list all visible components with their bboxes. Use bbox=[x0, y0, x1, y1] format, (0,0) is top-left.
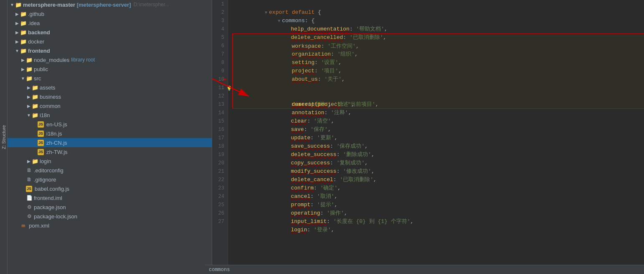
code-line-23: cancel: '取消', bbox=[232, 184, 644, 192]
tree-item-pom-xml[interactable]: ▶ m pom.xml bbox=[8, 221, 212, 230]
tree-label: zh-CN.js bbox=[46, 140, 67, 146]
tree-item-assets[interactable]: ▶ 📁 assets bbox=[8, 83, 212, 92]
tree-label: zh-TW.js bbox=[46, 149, 68, 155]
line-number: 7 bbox=[216, 50, 224, 59]
code-line-24: prompt: '提示', bbox=[232, 192, 644, 201]
code-line-16: update: '更新', bbox=[232, 125, 644, 134]
tree-label: .gitignore bbox=[34, 177, 56, 183]
tree-label: .idea bbox=[28, 20, 40, 26]
expand-arrow: ▶ bbox=[20, 57, 26, 63]
tree-item-gitignore[interactable]: ▶ 🗎 .gitignore bbox=[8, 175, 212, 184]
line-number: 27 bbox=[216, 218, 224, 226]
line-number: 25 bbox=[216, 201, 224, 209]
tree-label: package-lock.json bbox=[34, 213, 77, 220]
tree-item-backend[interactable]: ▶ 📁 backend bbox=[8, 28, 212, 37]
js-file-icon: JS bbox=[38, 131, 44, 137]
tree-item-zh-tw[interactable]: ▶ JS zh-TW.js bbox=[8, 147, 212, 156]
line-number: 22 bbox=[216, 176, 224, 184]
code-editor[interactable]: 1 2 3 4 5 6 7 8 9 10 11 12 13 14 15 16 1… bbox=[212, 0, 644, 274]
tree-item-zh-cn[interactable]: ▶ JS zh-CN.js bbox=[8, 138, 212, 147]
tree-item-common[interactable]: ▶ 📁 common bbox=[8, 101, 212, 110]
expand-arrow: ▶ bbox=[14, 20, 20, 26]
tree-item-idea[interactable]: ▶ 📁 .idea bbox=[8, 18, 212, 28]
code-line-27: login: '登录', bbox=[232, 218, 644, 226]
expand-arrow: ▼ bbox=[20, 75, 26, 81]
tree-item-babel-config[interactable]: ▶ JS babel.config.js bbox=[8, 184, 212, 193]
tree-label: pom.xml bbox=[29, 223, 49, 229]
expand-arrow: ▼ bbox=[26, 112, 32, 118]
line-number: 5 bbox=[216, 33, 224, 42]
line-number: 8 bbox=[216, 59, 224, 67]
tree-label: frontend.iml bbox=[34, 195, 62, 201]
expand-arrow: ▼ bbox=[9, 2, 15, 8]
tree-item-en-us[interactable]: ▶ JS en-US.js bbox=[8, 120, 212, 129]
code-line-12: description: '描述', bbox=[232, 92, 644, 100]
tree-item-business[interactable]: ▶ 📁 business bbox=[8, 92, 212, 101]
tree-item-package-json[interactable]: ▶ ⚙ package.json bbox=[8, 202, 212, 212]
line-number: 3 bbox=[216, 17, 224, 25]
folder-icon: 📁 bbox=[20, 10, 27, 17]
folder-icon: 📁 bbox=[20, 29, 27, 36]
tree-item-i18n[interactable]: ▼ 📁 i18n bbox=[8, 110, 212, 120]
expand-arrow: ▶ bbox=[26, 158, 32, 164]
code-line-6: organization: '组织', bbox=[232, 42, 644, 50]
expand-arrow: ▶ bbox=[26, 94, 32, 100]
config-file-icon: 🗎 bbox=[26, 167, 33, 174]
file-tree: ▼ 📁 metersphere-master [metersphere-serv… bbox=[8, 0, 212, 274]
expand-arrow: ▶ bbox=[14, 11, 20, 17]
tree-label: .editorconfig bbox=[34, 167, 63, 174]
tree-item-root[interactable]: ▼ 📁 metersphere-master [metersphere-serv… bbox=[8, 0, 212, 9]
expand-arrow: ▶ bbox=[26, 85, 32, 90]
tree-item-github[interactable]: ▶ 📁 .github bbox=[8, 9, 212, 18]
tree-label: i18n.js bbox=[46, 131, 62, 137]
structure-label: Z: Structure bbox=[1, 125, 6, 149]
tree-label: login bbox=[40, 158, 51, 164]
code-line-13: annotation: '注释', bbox=[232, 100, 644, 109]
code-line-25: operating: '操作', bbox=[232, 201, 644, 209]
folder-icon: 📁 bbox=[32, 84, 38, 91]
tree-label: .github bbox=[28, 11, 44, 17]
line-number: 4 bbox=[216, 25, 224, 33]
tree-label: public bbox=[34, 66, 48, 72]
tree-item-package-lock[interactable]: ▶ ⚙ package-lock.json bbox=[8, 212, 212, 221]
line-number: 18 bbox=[216, 142, 224, 151]
line-number: 11 bbox=[216, 84, 224, 92]
code-line-8: project: '项目', bbox=[232, 59, 644, 67]
code-line-22: confirm: '确定', bbox=[232, 176, 644, 184]
tree-item-node-modules[interactable]: ▶ 📁 node_modules library root bbox=[8, 55, 212, 64]
folder-icon: 📁 bbox=[32, 93, 38, 100]
expand-arrow: ▶ bbox=[20, 66, 26, 72]
structure-panel[interactable]: Z: Structure bbox=[0, 0, 8, 274]
code-line-26: input_limit: '长度在 {0} 到 {1} 个字符', bbox=[232, 209, 644, 218]
tree-item-login[interactable]: ▶ 📁 login bbox=[8, 156, 212, 166]
code-line-3: help_documentation: '帮助文档', bbox=[232, 17, 644, 25]
tree-item-editorconfig[interactable]: ▶ 🗎 .editorconfig bbox=[8, 166, 212, 175]
folder-icon: 📁 bbox=[26, 66, 33, 72]
gear-file-icon: ⚙ bbox=[26, 213, 33, 220]
library-label: library root bbox=[71, 57, 95, 63]
tree-label: common bbox=[40, 103, 61, 109]
folder-icon: 📁 bbox=[20, 47, 27, 54]
js-file-icon: JS bbox=[26, 186, 32, 192]
tree-label: i18n bbox=[40, 112, 50, 118]
folder-icon: 📁 bbox=[32, 102, 38, 109]
line-number: 21 bbox=[216, 167, 224, 176]
gear-file-icon: ⚙ bbox=[26, 204, 33, 210]
tree-item-public[interactable]: ▶ 📁 public bbox=[8, 64, 212, 74]
folder-icon: 📁 bbox=[20, 20, 27, 26]
code-line-21: delete_cancel: '已取消删除', bbox=[232, 167, 644, 176]
code-line-11: 💡 name: '名称', bbox=[232, 84, 644, 92]
tree-label: frontend bbox=[28, 48, 50, 54]
tree-item-i18n-js[interactable]: ▶ JS i18n.js bbox=[8, 129, 212, 138]
tree-item-src[interactable]: ▼ 📁 src bbox=[8, 74, 212, 83]
line-number: 23 bbox=[216, 184, 224, 192]
code-content[interactable]: ▼export default { ▼commons: { help_docum… bbox=[228, 0, 644, 274]
tree-path: D:\meterspher... bbox=[134, 2, 169, 8]
tree-item-frontend-iml[interactable]: ▶ 📄 frontend.iml bbox=[8, 193, 212, 202]
code-line-2: ▼commons: { bbox=[232, 8, 644, 17]
tree-item-docker[interactable]: ▶ 📁 docker bbox=[8, 37, 212, 46]
line-number: 20 bbox=[216, 159, 224, 167]
status-text: commons bbox=[212, 267, 230, 273]
code-line-10: ➤ current_project: '当前项目', bbox=[232, 75, 644, 84]
tree-item-frontend[interactable]: ▼ 📁 frontend bbox=[8, 46, 212, 55]
